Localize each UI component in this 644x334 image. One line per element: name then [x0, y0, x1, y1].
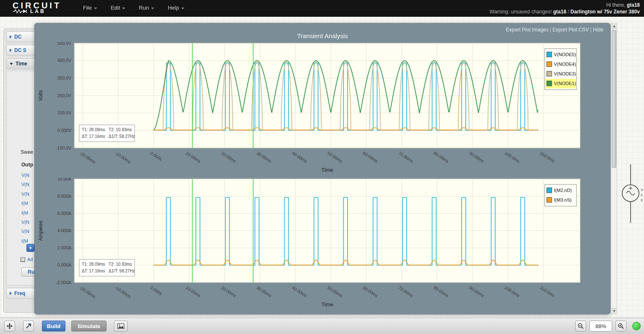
- legend-label[interactable]: V(NODE3): [554, 71, 576, 76]
- chevron-down-icon: [151, 8, 154, 9]
- scroll-up-button[interactable]: [611, 23, 617, 29]
- x-tick-label: 10.00ms: [185, 285, 202, 298]
- x-tick-label: 0.000s: [149, 150, 163, 162]
- x-tick-label: 70.00ms: [397, 150, 414, 164]
- x-tick-label: 60.00ms: [362, 285, 379, 298]
- legend-swatch[interactable]: [547, 188, 552, 193]
- logo-text-lab: LAB: [30, 8, 46, 14]
- scroll-down-button[interactable]: [611, 308, 617, 314]
- y-tick-label: -2.000A: [56, 280, 71, 285]
- legend-label[interactable]: V(NODE1): [554, 81, 576, 86]
- export-plot-images-link[interactable]: Export Plot Images: [506, 27, 548, 33]
- cursor-readout-text: ΔT: 17.16ms: [82, 269, 105, 273]
- y-tick-label: 8.000A: [57, 194, 71, 199]
- menu-help[interactable]: Help: [168, 5, 184, 11]
- y-tick-label: 0.000A: [57, 262, 71, 267]
- cursor-readout-text: Δ1/T: 58.27Hz: [109, 134, 135, 139]
- image-icon: [117, 323, 125, 329]
- output-expression[interactable]: I(M: [21, 238, 28, 243]
- output-expression[interactable]: V(N: [21, 192, 29, 197]
- circuitlab-logo[interactable]: CIRCUIT LAB: [13, 1, 61, 14]
- y-tick-label: 300.0V: [57, 75, 71, 80]
- outputs-label: Outp: [21, 162, 33, 168]
- legend-swatch[interactable]: [547, 197, 552, 202]
- chevron-down-icon: [94, 8, 97, 9]
- menu-edit[interactable]: Edit: [111, 5, 125, 11]
- legend-label[interactable]: V(NODE4): [554, 62, 576, 67]
- x-tick-label: 90.00ms: [468, 150, 485, 164]
- schematic-fragment[interactable]: V s e: [619, 17, 644, 318]
- output-expression[interactable]: V(N: [21, 173, 29, 178]
- legend-swatch[interactable]: [547, 81, 552, 86]
- legend-label[interactable]: V(NODE5): [554, 52, 576, 57]
- pointer-tool-button[interactable]: [23, 321, 34, 331]
- menu-file[interactable]: File: [83, 5, 97, 11]
- component-label: V: [641, 188, 643, 192]
- y-tick-label: 100.0V: [57, 110, 71, 115]
- y-tick-label: 2.000A: [57, 245, 71, 250]
- sine-glyph-icon: [626, 192, 635, 195]
- greeting: Hi there, gta18: [490, 2, 640, 8]
- chevron-down-icon: [10, 63, 13, 65]
- y-tick-label: -100.0V: [56, 145, 71, 150]
- output-expression[interactable]: V(N: [21, 229, 29, 234]
- amperes-chart[interactable]: 10.00A8.000A6.000A4.000A2.000A0.000A-2.0…: [38, 178, 596, 310]
- x-tick-label: 110.0ms: [539, 150, 556, 164]
- scrollbar-thumb[interactable]: [612, 30, 616, 168]
- zoom-in-button[interactable]: [615, 321, 626, 331]
- chevron-right-icon: [10, 292, 12, 295]
- vertical-scrollbar[interactable]: [611, 23, 617, 314]
- hide-plot-link[interactable]: Hide: [593, 27, 603, 33]
- user-breadcrumb-link[interactable]: gta18: [553, 9, 566, 15]
- export-plot-csv-link[interactable]: Export Plot CSV: [553, 27, 589, 33]
- menu-run[interactable]: Run: [139, 5, 154, 11]
- cursor-readout-text: T2: 10.93ms: [109, 127, 132, 132]
- pan-tool-button[interactable]: [4, 321, 15, 331]
- screenshot-button[interactable]: [114, 321, 127, 331]
- bottom-toolbar: Build Simulate 88%: [0, 318, 644, 334]
- x-tick-label: 110.0ms: [539, 285, 556, 298]
- legend-swatch[interactable]: [547, 71, 552, 76]
- x-tick-label: 90.00ms: [468, 285, 485, 298]
- simulate-mode-button[interactable]: Simulate: [71, 321, 106, 331]
- zoom-out-button[interactable]: [575, 321, 586, 331]
- output-expression[interactable]: V(N: [21, 182, 29, 187]
- cursor-readout-text: T2: 10.93ms: [109, 262, 132, 267]
- app-header: CIRCUIT LAB File Edit Run Help Hi there,…: [0, 0, 644, 17]
- volts-chart[interactable]: 500.0V400.0V300.0V200.0V100.0V0.000V-100…: [38, 42, 596, 177]
- connection-status-indicator: [632, 322, 641, 330]
- project-title-link[interactable]: Darlington w/ 75v Zener 380v: [571, 9, 640, 15]
- y-tick-label: 4.000A: [57, 228, 71, 233]
- legend-swatch[interactable]: [547, 62, 552, 67]
- x-tick-label: 70.00ms: [397, 285, 414, 298]
- legend-label[interactable]: I(M2.nD): [554, 188, 572, 193]
- output-expression[interactable]: V(N: [21, 220, 29, 225]
- x-tick-label: 40.00ms: [291, 150, 308, 164]
- advanced-link[interactable]: Ad: [27, 257, 33, 262]
- x-tick-label: 30.00ms: [256, 150, 273, 164]
- username-link[interactable]: gta18: [627, 2, 640, 8]
- x-tick-label: 80.00ms: [433, 150, 449, 164]
- menu-bar: File Edit Run Help: [83, 5, 184, 11]
- legend-label[interactable]: I(M3.nS): [554, 197, 571, 202]
- output-expression[interactable]: I(M: [21, 210, 28, 215]
- x-axis-label: Time: [321, 167, 333, 173]
- zoom-level-display[interactable]: 88%: [589, 321, 612, 331]
- build-mode-button[interactable]: Build: [42, 321, 65, 331]
- add-output-button[interactable]: +: [26, 244, 34, 252]
- plot-actions: Export Plot Images | Export Plot CSV | H…: [506, 27, 603, 33]
- output-expression[interactable]: I(M: [21, 201, 28, 206]
- x-tick-label: -20.00ms: [78, 285, 96, 299]
- x-axis-label: Time: [321, 301, 333, 308]
- x-tick-label: 100.0ms: [504, 285, 521, 298]
- legend-swatch[interactable]: [547, 52, 552, 57]
- cursor-readout-text: Δ1/T: 58.27Hz: [109, 269, 135, 273]
- x-tick-label: 0.000s: [149, 285, 163, 296]
- magnifier-minus-icon: [577, 323, 584, 329]
- chevron-right-icon: [10, 49, 12, 52]
- component-label: s: [641, 193, 643, 197]
- transient-analysis-panel: Export Plot Images | Export Plot CSV | H…: [34, 23, 610, 314]
- y-axis-label: Amperes: [38, 220, 44, 241]
- x-tick-label: 100.0ms: [504, 150, 521, 164]
- chevron-down-icon: [181, 8, 184, 9]
